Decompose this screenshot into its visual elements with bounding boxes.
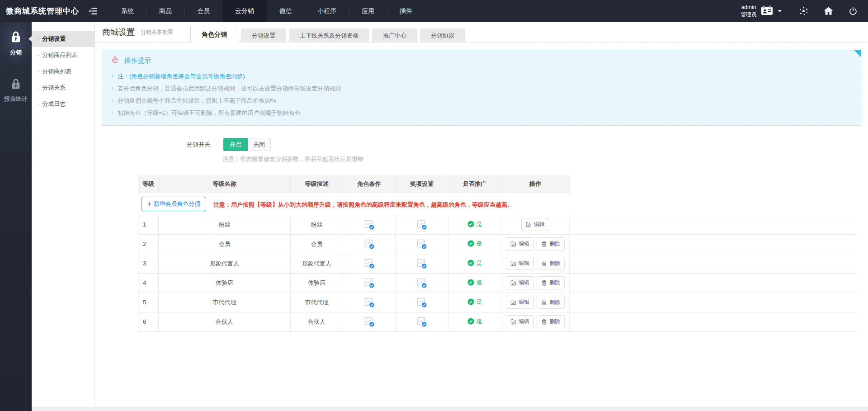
topbar-menu-item[interactable]: 微信 [267, 0, 305, 22]
caret-down-icon [778, 10, 782, 12]
table-row: 5市代代理市代代理是编辑删除 [138, 293, 858, 312]
name-cell: 会员 [159, 234, 291, 254]
table-row: 6合伙人合伙人是编辑删除 [138, 312, 858, 331]
main-panel: 商城设置 分销基本配置 角色分销分销设置上下线关系及分销资格推广中心分销协议 操… [95, 22, 868, 407]
promote-label: 是 [476, 240, 482, 248]
sidebar-item[interactable]: ·分销商品列表 [32, 47, 94, 63]
power-icon[interactable] [841, 0, 868, 22]
topbar-menu-item[interactable]: 系统 [108, 0, 146, 22]
menu-collapse-icon[interactable] [88, 7, 98, 15]
name-cell: 合伙人 [159, 312, 291, 331]
topbar: 微商城系统管理中心 系统商品会员云分销微信小程序应用插件 admin 管理员 [0, 0, 868, 22]
user-menu[interactable]: admin 管理员 [741, 4, 791, 18]
topbar-menu-item[interactable]: 云分销 [222, 0, 267, 22]
operations-cell: 编辑删除 [501, 254, 570, 273]
doc-check-icon[interactable] [363, 316, 375, 328]
filler-cell [570, 273, 858, 293]
edit-button[interactable]: 编辑 [506, 315, 534, 328]
delete-button[interactable]: 删除 [537, 296, 565, 309]
sidebar-item[interactable]: ·分销关系 [32, 80, 94, 96]
tab[interactable]: 分销协议 [420, 28, 465, 43]
edit-button[interactable]: 编辑 [521, 218, 549, 231]
tab[interactable]: 上下线关系及分销资格 [289, 28, 369, 43]
table-notice: 注意：用户按照【等级】从小到大的顺序升级，请按照角色的高级程度来配置角色，越高级… [213, 201, 513, 208]
doc-check-icon[interactable] [363, 277, 375, 289]
op-label: 编辑 [519, 260, 529, 267]
promote-cell: 是 [448, 273, 501, 293]
doc-check-icon[interactable] [363, 238, 375, 250]
condition-cell [343, 215, 396, 234]
home-icon[interactable] [816, 0, 841, 22]
doc-check-icon[interactable] [416, 277, 428, 289]
filler-cell [570, 234, 858, 254]
switch-off-button[interactable]: 关闭 [248, 138, 271, 151]
tips-box: 操作提示 注：(角色分销新增角色将会与会员等级角色同步)若开启角色分销，普通会员… [102, 50, 861, 126]
share-icon[interactable] [791, 0, 816, 22]
edit-button[interactable]: 编辑 [506, 237, 534, 250]
doc-check-icon[interactable] [416, 258, 428, 269]
desc-cell: 合伙人 [291, 312, 343, 331]
doc-check-icon[interactable] [416, 238, 428, 250]
condition-cell [343, 234, 396, 254]
lock-icon [9, 30, 23, 46]
promote-label: 是 [476, 220, 482, 228]
promote-status: 是 [467, 298, 482, 306]
tab[interactable]: 角色分销 [190, 26, 238, 43]
module-reports[interactable]: 报表统计 [0, 70, 32, 110]
tip-line: 若开启角色分销，普通会员启用默认分销规则，还可以去设置分销商等级设定分销规则 [110, 82, 853, 94]
sidebar-item[interactable]: ·分成日志 [32, 96, 94, 112]
delete-button[interactable]: 删除 [537, 237, 565, 250]
filler-cell [570, 312, 858, 331]
doc-check-icon[interactable] [363, 219, 375, 231]
edit-button[interactable]: 编辑 [506, 296, 534, 309]
tab[interactable]: 推广中心 [372, 28, 417, 43]
doc-check-icon[interactable] [363, 258, 375, 269]
edit-button[interactable]: 编辑 [506, 257, 534, 270]
edit-button[interactable]: 编辑 [506, 276, 534, 289]
doc-check-icon[interactable] [416, 297, 428, 308]
desc-cell: 会员 [291, 234, 343, 254]
reward-cell [396, 234, 448, 254]
op-label: 编辑 [519, 318, 529, 326]
desc-cell: 形象代言人 [291, 254, 343, 273]
operations-cell: 编辑删除 [501, 234, 570, 254]
name-cell: 形象代言人 [159, 254, 291, 273]
sidebar-item[interactable]: ·分销设置 [32, 31, 94, 47]
tab[interactable]: 分销设置 [241, 28, 286, 43]
switch-on-button[interactable]: 开启 [223, 138, 248, 151]
delete-button[interactable]: 删除 [537, 257, 565, 270]
doc-check-icon[interactable] [416, 316, 428, 328]
topbar-menu-item[interactable]: 插件 [387, 0, 425, 22]
table-header-cell: 角色条件 [343, 175, 396, 193]
delete-button[interactable]: 删除 [537, 276, 565, 289]
name-cell: 市代代理 [159, 293, 291, 312]
level-cell: 5 [138, 293, 159, 312]
topbar-menu-item[interactable]: 应用 [349, 0, 387, 22]
sidebar-item[interactable]: ·分销商列表 [32, 63, 94, 80]
doc-check-icon[interactable] [363, 297, 375, 308]
hand-icon [110, 55, 120, 66]
filler-cell [570, 254, 858, 273]
topbar-menu-item[interactable]: 小程序 [305, 0, 349, 22]
topbar-menu-item[interactable]: 会员 [184, 0, 222, 22]
level-cell: 1 [138, 215, 159, 234]
promote-cell: 是 [448, 312, 501, 331]
doc-check-icon[interactable] [416, 219, 428, 231]
operations-cell: 编辑删除 [501, 273, 570, 293]
module-distribution[interactable]: 分销 [0, 22, 32, 63]
subnav-sidebar: ·分销设置·分销商品列表·分销商列表·分销关系·分成日志 [32, 22, 95, 407]
table-header-cell: 等级名称 [159, 175, 291, 193]
sidebar-item-label: 分销关系 [42, 84, 66, 91]
switch-label: 分销开关 [187, 141, 210, 149]
topbar-menu: 系统商品会员云分销微信小程序应用插件 [108, 0, 425, 22]
level-cell: 2 [138, 234, 159, 254]
op-label: 删除 [549, 279, 560, 287]
promote-cell: 是 [448, 234, 501, 254]
bullet-icon: · [38, 84, 40, 91]
page-header: 商城设置 分销基本配置 角色分销分销设置上下线关系及分销资格推广中心分销协议 [95, 22, 868, 43]
topbar-menu-item[interactable]: 商品 [146, 0, 184, 22]
promote-status: 是 [467, 259, 482, 267]
delete-button[interactable]: 删除 [537, 315, 565, 328]
user-name: admin [741, 4, 757, 11]
add-role-button[interactable]: +新增会员角色分佣 [142, 197, 207, 211]
